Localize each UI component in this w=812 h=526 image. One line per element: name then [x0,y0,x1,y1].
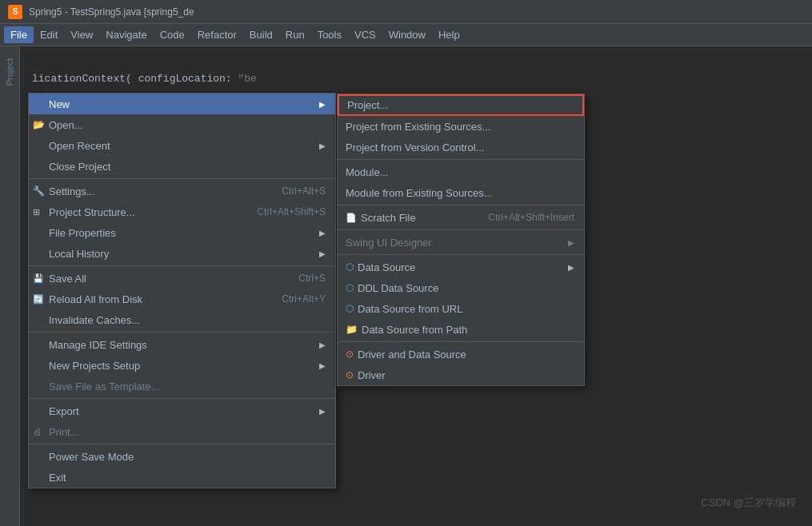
file-properties-arrow: ▶ [319,229,326,237]
submenu-item-data-source-path-label: Data Source from Path [362,324,467,336]
menu-item-new-label: New [49,98,70,110]
menu-item-save-as-template[interactable]: Save File as Template... [29,376,335,396]
submenu-item-project-existing[interactable]: Project from Existing Sources... [338,116,584,137]
new-submenu-separator-5 [338,341,584,342]
menu-item-exit-label: Exit [49,472,66,484]
separator-1 [29,178,335,179]
menu-item-local-history[interactable]: Local History ▶ [29,243,335,264]
submenu-item-project-vcs[interactable]: Project from Version Control... [338,137,584,157]
submenu-item-driver-data-source[interactable]: ⊙ Driver and Data Source [338,344,584,365]
menu-item-local-history-label: Local History [49,248,109,260]
swing-arrow: ▶ [568,238,574,247]
submenu-item-scratch[interactable]: 📄 Scratch File Ctrl+Alt+Shift+Insert [338,207,584,228]
menu-file[interactable]: File [4,26,34,43]
submenu-item-driver-data-source-label: Driver and Data Source [358,349,466,361]
open-icon: 📂 [33,119,45,130]
watermark: CSDN @三岁学编程 [701,496,796,510]
submenu-item-module[interactable]: Module... [338,161,584,182]
export-arrow: ▶ [319,407,326,416]
manage-ide-arrow: ▶ [319,341,326,349]
menu-bar: File Edit View Navigate Code Refactor Bu… [0,24,812,46]
menu-item-open-recent[interactable]: Open Recent ▶ [29,135,335,156]
db-icon: ⬡ [346,261,354,273]
new-submenu-separator-3 [338,229,584,230]
local-history-arrow: ▶ [319,249,326,258]
save-icon: 💾 [33,273,44,284]
separator-4 [29,398,335,399]
menu-item-print-label: Print... [49,426,79,438]
new-submenu-separator-1 [338,159,584,160]
menu-navigate[interactable]: Navigate [99,26,153,43]
menu-item-new-projects-setup[interactable]: New Projects Setup ▶ [29,355,335,376]
menu-item-new[interactable]: New ▶ [29,94,335,114]
sidebar-label: Project [5,58,14,86]
data-source-arrow: ▶ [568,263,574,272]
menu-item-file-properties[interactable]: File Properties ▶ [29,222,335,243]
url-icon: ⬡ [346,303,354,314]
menu-item-close-project[interactable]: Close Project [29,156,335,177]
menu-item-project-structure-label: Project Structure... [49,206,135,218]
submenu-item-ddl-data-source-label: DDL Data Source [358,282,438,294]
submenu-item-project-label: Project... [347,99,388,111]
new-submenu: Project... Project from Existing Sources… [337,94,585,386]
menu-item-exit[interactable]: Exit [29,467,335,488]
menu-edit[interactable]: Edit [34,26,64,43]
submenu-item-data-source[interactable]: ⬡ Data Source ▶ [338,257,584,277]
scratch-shortcut: Ctrl+Alt+Shift+Insert [488,212,574,223]
menu-item-save-all[interactable]: 💾 Save All Ctrl+S [29,268,335,289]
submenu-item-driver-label: Driver [358,369,386,381]
reload-shortcut: Ctrl+Alt+Y [282,293,326,305]
save-all-shortcut: Ctrl+S [298,273,326,284]
new-projects-setup-arrow: ▶ [319,361,326,370]
sidebar: Project [0,46,20,526]
menu-tools[interactable]: Tools [311,26,348,43]
submenu-item-data-source-path[interactable]: 📁 Data Source from Path [338,319,584,340]
separator-2 [29,265,335,266]
submenu-item-module-existing[interactable]: Module from Existing Sources... [338,182,584,203]
menu-item-open[interactable]: 📂 Open... [29,114,335,135]
menu-help[interactable]: Help [432,26,466,43]
submenu-arrow: ▶ [319,100,326,109]
menu-item-manage-ide-label: Manage IDE Settings [49,339,147,351]
submenu-item-scratch-label: Scratch File [361,212,416,224]
submenu-item-module-label: Module... [346,166,388,178]
file-menu-dropdown: New ▶ 📂 Open... Open Recent ▶ Close Proj… [28,93,336,488]
menu-item-print[interactable]: 🖨 Print... [29,421,335,442]
settings-shortcut: Ctrl+Alt+S [282,185,326,197]
reload-icon: 🔄 [33,294,44,305]
menu-item-save-as-template-label: Save File as Template... [49,381,160,393]
separator-3 [29,332,335,333]
submenu-item-data-source-label: Data Source [358,261,415,273]
open-recent-arrow: ▶ [319,141,326,150]
menu-view[interactable]: View [64,26,99,43]
title-bar: S Spring5 - TestSpring5.java [spring5_de [0,0,812,24]
new-submenu-separator-4 [338,254,584,255]
menu-item-power-save[interactable]: Power Save Mode [29,446,335,467]
print-icon: 🖨 [33,427,42,436]
menu-item-project-structure[interactable]: ⊞ Project Structure... Ctrl+Alt+Shift+S [29,201,335,222]
menu-item-invalidate[interactable]: Invalidate Caches... [29,309,335,330]
title-text: Spring5 - TestSpring5.java [spring5_de [29,6,804,18]
submenu-item-data-source-url-label: Data Source from URL [358,303,463,315]
app-logo: S [8,5,22,19]
menu-item-export[interactable]: Export ▶ [29,400,335,421]
menu-item-settings[interactable]: 🔧 Settings... Ctrl+Alt+S [29,181,335,201]
menu-refactor[interactable]: Refactor [191,26,243,43]
code-line [32,54,800,71]
submenu-item-swing[interactable]: Swing UI Designer ▶ [338,232,584,253]
submenu-item-ddl-data-source[interactable]: ⬡ DDL Data Source [338,277,584,298]
submenu-item-data-source-url[interactable]: ⬡ Data Source from URL [338,298,584,319]
driver2-icon: ⊙ [346,369,354,381]
submenu-item-project[interactable]: Project... [338,94,584,116]
grid-icon: ⊞ [33,207,40,217]
submenu-item-driver[interactable]: ⊙ Driver [338,365,584,385]
menu-build[interactable]: Build [243,26,279,43]
menu-item-reload[interactable]: 🔄 Reload All from Disk Ctrl+Alt+Y [29,289,335,309]
menu-run[interactable]: Run [279,26,311,43]
path-icon: 📁 [346,324,358,335]
menu-item-file-properties-label: File Properties [49,227,116,239]
menu-code[interactable]: Code [154,26,191,43]
menu-vcs[interactable]: VCS [348,26,382,43]
menu-window[interactable]: Window [382,26,432,43]
menu-item-manage-ide[interactable]: Manage IDE Settings ▶ [29,334,335,355]
